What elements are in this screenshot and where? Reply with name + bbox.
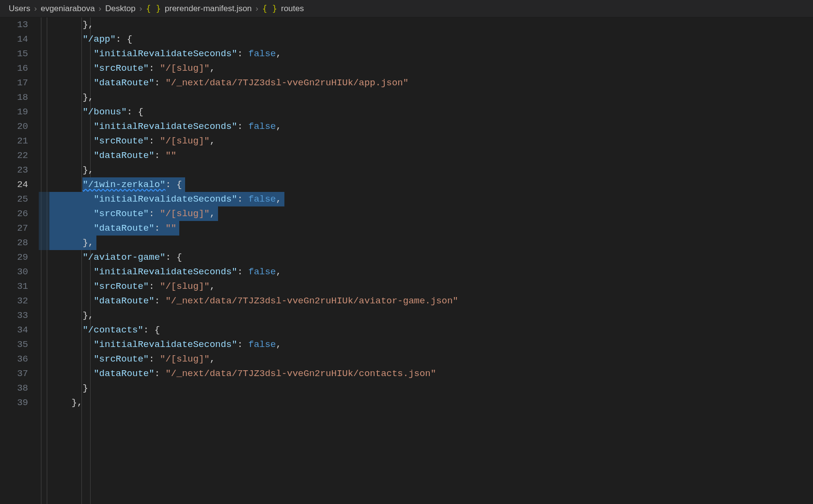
line-number[interactable]: 21 bbox=[0, 134, 28, 148]
breadcrumb-file[interactable]: prerender-manifest.json bbox=[165, 4, 252, 14]
code-line[interactable]: }, bbox=[49, 308, 813, 323]
token-punct: : bbox=[237, 48, 249, 59]
line-number[interactable]: 15 bbox=[0, 47, 28, 61]
code-line[interactable]: "srcRoute": "/[slug]", bbox=[49, 279, 813, 294]
breadcrumb-item[interactable]: evgeniarabova bbox=[41, 4, 95, 14]
token-punct: , bbox=[276, 48, 281, 59]
line-number[interactable]: 16 bbox=[0, 61, 28, 76]
token-punct bbox=[49, 136, 94, 146]
token-key: "/bonus" bbox=[82, 107, 126, 117]
token-bool: false bbox=[248, 121, 276, 132]
token-punct bbox=[49, 237, 82, 248]
line-number[interactable]: 39 bbox=[0, 395, 28, 410]
token-str: "/[slug]" bbox=[160, 354, 210, 364]
token-brace: { bbox=[155, 325, 160, 335]
editor-decorations bbox=[39, 17, 49, 504]
line-number[interactable]: 38 bbox=[0, 381, 28, 395]
token-punct: : bbox=[165, 252, 176, 263]
code-line[interactable]: }, bbox=[49, 395, 813, 410]
code-line[interactable]: "dataRoute": "" bbox=[49, 221, 813, 236]
code-line[interactable]: "srcRoute": "/[slug]", bbox=[49, 352, 813, 366]
code-line[interactable]: "dataRoute": "/_next/data/7TJZ3dsl-vveGn… bbox=[49, 366, 813, 381]
token-brace: } bbox=[82, 165, 88, 175]
token-punct: , bbox=[276, 339, 281, 350]
breadcrumb-item[interactable]: Desktop bbox=[105, 4, 135, 14]
line-number[interactable]: 28 bbox=[0, 236, 28, 250]
breadcrumb[interactable]: Users › evgeniarabova › Desktop › { } pr… bbox=[0, 0, 813, 17]
code-line[interactable]: "srcRoute": "/[slug]", bbox=[49, 206, 813, 221]
token-punct bbox=[49, 325, 82, 335]
token-punct: , bbox=[210, 208, 215, 219]
code-line[interactable]: "srcRoute": "/[slug]", bbox=[49, 134, 813, 148]
editor-content[interactable]: }, "/app": { "initialRevalidateSeconds":… bbox=[49, 17, 813, 504]
token-str: "" bbox=[165, 223, 176, 234]
token-punct: , bbox=[210, 354, 215, 364]
breadcrumb-symbol[interactable]: routes bbox=[281, 4, 304, 14]
line-number[interactable]: 32 bbox=[0, 294, 28, 308]
line-number[interactable]: 20 bbox=[0, 119, 28, 134]
line-number[interactable]: 36 bbox=[0, 352, 28, 366]
token-punct: , bbox=[88, 165, 94, 175]
json-file-icon: { } bbox=[146, 4, 161, 14]
token-punct: , bbox=[276, 267, 281, 277]
line-number[interactable]: 29 bbox=[0, 250, 28, 265]
token-punct: , bbox=[276, 194, 281, 205]
token-key: "/app" bbox=[82, 34, 115, 45]
line-number[interactable]: 34 bbox=[0, 323, 28, 337]
code-line[interactable]: }, bbox=[49, 17, 813, 32]
code-line[interactable]: }, bbox=[49, 236, 813, 250]
line-number[interactable]: 13 bbox=[0, 17, 28, 32]
code-line[interactable]: "dataRoute": "" bbox=[49, 148, 813, 163]
line-number[interactable]: 33 bbox=[0, 308, 28, 323]
token-str: "/[slug]" bbox=[160, 136, 210, 146]
code-line[interactable]: "dataRoute": "/_next/data/7TJZ3dsl-vveGn… bbox=[49, 294, 813, 308]
token-bool: false bbox=[248, 339, 276, 350]
token-punct bbox=[49, 252, 82, 263]
token-punct: : bbox=[165, 179, 176, 190]
token-key: "initialRevalidateSeconds" bbox=[94, 339, 237, 350]
line-number[interactable]: 37 bbox=[0, 366, 28, 381]
line-number[interactable]: 27 bbox=[0, 221, 28, 236]
token-punct bbox=[49, 339, 94, 350]
code-line[interactable]: "initialRevalidateSeconds": false, bbox=[49, 119, 813, 134]
breadcrumb-item[interactable]: Users bbox=[9, 4, 30, 14]
line-number[interactable]: 24 bbox=[0, 177, 28, 192]
line-number[interactable]: 25 bbox=[0, 192, 28, 206]
line-number[interactable]: 19 bbox=[0, 105, 28, 119]
code-line[interactable]: "/bonus": { bbox=[49, 105, 813, 119]
line-number[interactable]: 23 bbox=[0, 163, 28, 177]
code-line[interactable]: "initialRevalidateSeconds": false, bbox=[49, 47, 813, 61]
token-punct: , bbox=[88, 237, 94, 248]
line-number[interactable]: 26 bbox=[0, 206, 28, 221]
code-line[interactable]: "/app": { bbox=[49, 32, 813, 47]
token-key: "initialRevalidateSeconds" bbox=[94, 267, 237, 277]
code-line[interactable]: "/1win-zerkalo": { bbox=[49, 177, 813, 192]
code-line[interactable]: "initialRevalidateSeconds": false, bbox=[49, 192, 813, 206]
line-number[interactable]: 17 bbox=[0, 76, 28, 90]
line-number[interactable]: 31 bbox=[0, 279, 28, 294]
token-punct bbox=[49, 48, 94, 59]
line-number[interactable]: 35 bbox=[0, 337, 28, 352]
code-line[interactable]: } bbox=[49, 381, 813, 395]
line-number[interactable]: 30 bbox=[0, 265, 28, 279]
line-number[interactable]: 18 bbox=[0, 90, 28, 105]
token-punct: , bbox=[210, 63, 215, 74]
code-line[interactable]: "/aviator-game": { bbox=[49, 250, 813, 265]
line-number-gutter[interactable]: 1314151617181920212223242526272829303132… bbox=[0, 17, 39, 504]
code-line[interactable]: "dataRoute": "/_next/data/7TJZ3dsl-vveGn… bbox=[49, 76, 813, 90]
editor[interactable]: 1314151617181920212223242526272829303132… bbox=[0, 17, 813, 504]
line-number[interactable]: 22 bbox=[0, 148, 28, 163]
token-brace: { bbox=[176, 179, 182, 190]
token-punct: , bbox=[88, 92, 94, 103]
token-punct bbox=[49, 281, 94, 292]
code-line[interactable]: }, bbox=[49, 90, 813, 105]
code-line[interactable]: "/contacts": { bbox=[49, 323, 813, 337]
token-brace: { bbox=[176, 252, 182, 263]
code-line[interactable]: "srcRoute": "/[slug]", bbox=[49, 61, 813, 76]
token-punct: : bbox=[143, 325, 155, 335]
code-line[interactable]: "initialRevalidateSeconds": false, bbox=[49, 265, 813, 279]
token-brace: } bbox=[82, 92, 88, 103]
code-line[interactable]: }, bbox=[49, 163, 813, 177]
line-number[interactable]: 14 bbox=[0, 32, 28, 47]
code-line[interactable]: "initialRevalidateSeconds": false, bbox=[49, 337, 813, 352]
